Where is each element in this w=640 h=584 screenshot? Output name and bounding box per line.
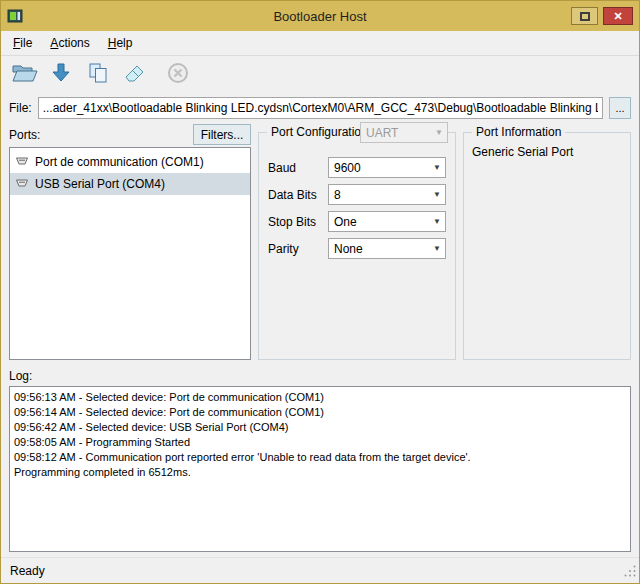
- bootloader-host-window: Bootloader Host ✕ File Actions Help: [0, 0, 640, 584]
- window-title: Bootloader Host: [1, 9, 639, 24]
- verify-copy-icon: [87, 62, 109, 88]
- protocol-select: UART ▼: [360, 122, 448, 143]
- ports-panel: Ports: Filters... Port de communication …: [9, 122, 251, 360]
- stop-bits-row: Stop Bits One ▼: [268, 211, 446, 232]
- erase-button[interactable]: [120, 60, 150, 90]
- menu-actions[interactable]: Actions: [41, 32, 98, 54]
- stop-bits-value: One: [329, 212, 429, 231]
- baud-select[interactable]: 9600 ▼: [328, 157, 446, 178]
- status-text: Ready: [10, 564, 45, 578]
- log-line: 09:58:12 AM - Communication port reporte…: [14, 450, 626, 465]
- ports-list: Port de communication (COM1) USB Serial …: [9, 147, 251, 360]
- chevron-down-icon: ▼: [431, 123, 447, 142]
- stop-bits-label: Stop Bits: [268, 215, 328, 229]
- port-list-item[interactable]: USB Serial Port (COM4): [10, 173, 250, 195]
- status-bar: Ready: [1, 557, 639, 583]
- menu-file[interactable]: File: [4, 32, 41, 54]
- log-label: Log:: [9, 369, 32, 383]
- baud-label: Baud: [268, 161, 328, 175]
- log-output[interactable]: 09:56:13 AM - Selected device: Port de c…: [9, 386, 631, 552]
- file-row: File: ...: [1, 94, 639, 122]
- chevron-down-icon: ▼: [429, 212, 445, 231]
- data-bits-label: Data Bits: [268, 188, 328, 202]
- open-file-button[interactable]: [9, 60, 39, 90]
- abort-button: [163, 60, 193, 90]
- data-bits-select[interactable]: 8 ▼: [328, 184, 446, 205]
- close-button[interactable]: ✕: [603, 7, 633, 25]
- program-download-icon: [50, 62, 72, 88]
- serial-port-icon: [15, 177, 29, 192]
- file-path-input[interactable]: [38, 97, 603, 119]
- port-list-item[interactable]: Port de communication (COM1): [10, 151, 250, 173]
- log-line: 09:56:13 AM - Selected device: Port de c…: [14, 390, 626, 405]
- log-line: 09:56:14 AM - Selected device: Port de c…: [14, 405, 626, 420]
- port-configuration-group: Port Configuration UART ▼ Baud 9600 ▼ Da…: [258, 132, 456, 360]
- stop-bits-select[interactable]: One ▼: [328, 211, 446, 232]
- log-line: 09:56:42 AM - Selected device: USB Seria…: [14, 420, 626, 435]
- port-item-label: Port de communication (COM1): [35, 155, 204, 169]
- port-information-group: Port Information Generic Serial Port: [463, 132, 631, 360]
- data-bits-value: 8: [329, 185, 429, 204]
- chevron-down-icon: ▼: [429, 158, 445, 177]
- close-icon: ✕: [613, 10, 622, 23]
- parity-select[interactable]: None ▼: [328, 238, 446, 259]
- chevron-down-icon: ▼: [429, 239, 445, 258]
- port-information-title: Port Information: [472, 125, 565, 139]
- middle-section: Ports: Filters... Port de communication …: [1, 122, 639, 360]
- baud-row: Baud 9600 ▼: [268, 157, 446, 178]
- serial-port-icon: [15, 155, 29, 170]
- title-bar: Bootloader Host ✕: [1, 1, 639, 31]
- program-button[interactable]: [46, 60, 76, 90]
- port-item-label: USB Serial Port (COM4): [35, 177, 165, 191]
- port-configuration-title: Port Configuration: [267, 125, 372, 139]
- parity-row: Parity None ▼: [268, 238, 446, 259]
- ports-label: Ports:: [9, 128, 40, 142]
- data-bits-row: Data Bits 8 ▼: [268, 184, 446, 205]
- minimize-icon: [580, 12, 590, 21]
- filters-button[interactable]: Filters...: [193, 124, 251, 145]
- parity-value: None: [329, 239, 429, 258]
- baud-value: 9600: [329, 158, 429, 177]
- toolbar: [1, 56, 639, 94]
- chevron-down-icon: ▼: [429, 185, 445, 204]
- open-file-folder-icon: [11, 62, 38, 88]
- menu-bar: File Actions Help: [1, 31, 639, 56]
- log-line: Programming completed in 6512ms.: [14, 465, 626, 480]
- browse-button[interactable]: ...: [609, 97, 631, 119]
- parity-label: Parity: [268, 242, 328, 256]
- protocol-value: UART: [361, 123, 431, 142]
- file-label: File:: [9, 101, 32, 115]
- app-icon: [7, 8, 23, 24]
- log-line: 09:58:05 AM - Programming Started: [14, 435, 626, 450]
- minimize-button[interactable]: [571, 7, 598, 25]
- menu-help[interactable]: Help: [99, 32, 142, 54]
- verify-button[interactable]: [83, 60, 113, 90]
- resize-grip-icon[interactable]: [624, 565, 637, 581]
- abort-stop-icon: [166, 61, 190, 89]
- erase-icon: [123, 61, 147, 89]
